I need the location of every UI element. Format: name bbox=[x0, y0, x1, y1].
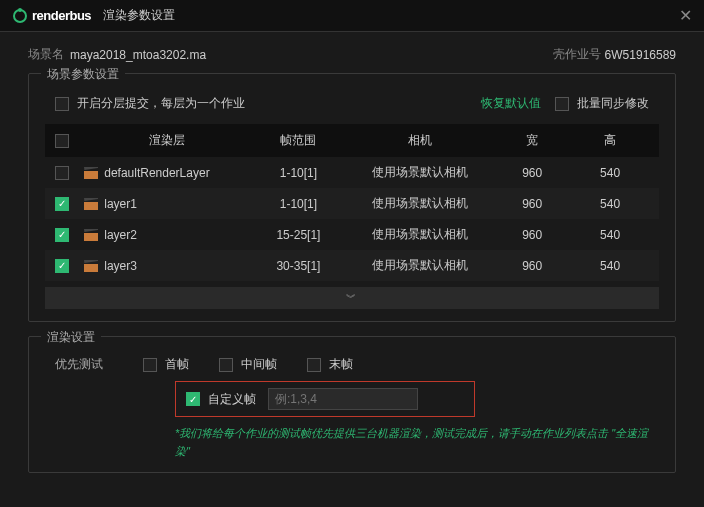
svg-point-1 bbox=[18, 8, 22, 12]
frame-range: 1-10[1] bbox=[250, 166, 347, 180]
frame-range: 1-10[1] bbox=[250, 197, 347, 211]
scene-label: 场景名 bbox=[28, 46, 64, 63]
scene-panel-title: 场景参数设置 bbox=[41, 66, 125, 83]
camera-cell: 使用场景默认相机 bbox=[347, 257, 493, 274]
svg-rect-4 bbox=[84, 202, 98, 210]
height-cell: 540 bbox=[571, 197, 649, 211]
col-layer-header: 渲染层 bbox=[84, 132, 250, 149]
svg-rect-5 bbox=[84, 198, 98, 201]
batch-sync-checkbox[interactable] bbox=[555, 97, 569, 111]
height-cell: 540 bbox=[571, 166, 649, 180]
svg-rect-9 bbox=[84, 260, 98, 263]
layer-submit-checkbox[interactable] bbox=[55, 97, 69, 111]
svg-rect-8 bbox=[84, 264, 98, 272]
window-title: 渲染参数设置 bbox=[103, 7, 175, 24]
frame-range: 15-25[1] bbox=[250, 228, 347, 242]
row-checkbox[interactable] bbox=[55, 259, 69, 273]
svg-rect-3 bbox=[84, 167, 98, 170]
render-settings-panel: 渲染设置 优先测试 首帧 中间帧 末帧 自定义帧 *我们将给每个作业的测试帧优先… bbox=[28, 336, 676, 473]
last-frame-label: 末帧 bbox=[329, 356, 353, 373]
first-frame-checkbox[interactable] bbox=[143, 358, 157, 372]
custom-frame-row: 自定义帧 bbox=[175, 381, 475, 417]
col-range-header: 帧范围 bbox=[250, 132, 347, 149]
clapper-icon bbox=[84, 198, 98, 210]
width-cell: 960 bbox=[493, 228, 571, 242]
last-frame-checkbox[interactable] bbox=[307, 358, 321, 372]
camera-cell: 使用场景默认相机 bbox=[347, 164, 493, 181]
row-checkbox[interactable] bbox=[55, 228, 69, 242]
close-icon[interactable]: ✕ bbox=[679, 6, 692, 25]
clapper-icon bbox=[84, 229, 98, 241]
job-label: 壳作业号 bbox=[553, 46, 601, 63]
custom-frame-label: 自定义帧 bbox=[208, 391, 256, 408]
clapper-icon bbox=[84, 167, 98, 179]
restore-defaults-link[interactable]: 恢复默认值 bbox=[481, 95, 541, 112]
col-height-header: 高 bbox=[571, 132, 649, 149]
svg-rect-2 bbox=[84, 171, 98, 179]
hint-text: *我们将给每个作业的测试帧优先提供三台机器渲染，测试完成后，请手动在作业列表点击… bbox=[175, 425, 659, 460]
height-cell: 540 bbox=[571, 228, 649, 242]
height-cell: 540 bbox=[571, 259, 649, 273]
custom-frame-input[interactable] bbox=[268, 388, 418, 410]
scene-params-panel: 场景参数设置 开启分层提交，每层为一个作业 恢复默认值 批量同步修改 渲染层 帧… bbox=[28, 73, 676, 322]
layer-name: layer3 bbox=[104, 259, 137, 273]
priority-test-label: 优先测试 bbox=[55, 356, 103, 373]
table-header: 渲染层 帧范围 相机 宽 高 bbox=[45, 124, 659, 157]
table-row[interactable]: layer11-10[1]使用场景默认相机960540 bbox=[45, 188, 659, 219]
col-width-header: 宽 bbox=[493, 132, 571, 149]
expand-toggle[interactable]: ︾ bbox=[45, 287, 659, 309]
table-row[interactable]: layer215-25[1]使用场景默认相机960540 bbox=[45, 219, 659, 250]
layer-submit-label: 开启分层提交，每层为一个作业 bbox=[77, 95, 245, 112]
width-cell: 960 bbox=[493, 197, 571, 211]
width-cell: 960 bbox=[493, 259, 571, 273]
camera-cell: 使用场景默认相机 bbox=[347, 195, 493, 212]
job-value: 6W51916589 bbox=[605, 48, 676, 62]
render-panel-title: 渲染设置 bbox=[41, 329, 101, 346]
camera-cell: 使用场景默认相机 bbox=[347, 226, 493, 243]
table-row[interactable]: layer330-35[1]使用场景默认相机960540 bbox=[45, 250, 659, 281]
clapper-icon bbox=[84, 260, 98, 272]
first-frame-label: 首帧 bbox=[165, 356, 189, 373]
svg-rect-6 bbox=[84, 233, 98, 241]
select-all-checkbox[interactable] bbox=[55, 134, 69, 148]
layer-name: layer2 bbox=[104, 228, 137, 242]
titlebar: renderbus 渲染参数设置 ✕ bbox=[0, 0, 704, 32]
mid-frame-checkbox[interactable] bbox=[219, 358, 233, 372]
scene-value: maya2018_mtoa3202.ma bbox=[70, 48, 206, 62]
table-row[interactable]: defaultRenderLayer1-10[1]使用场景默认相机960540 bbox=[45, 157, 659, 188]
layers-table: 渲染层 帧范围 相机 宽 高 defaultRenderLayer1-10[1]… bbox=[45, 124, 659, 281]
batch-sync-label: 批量同步修改 bbox=[577, 95, 649, 112]
brand-text: renderbus bbox=[32, 8, 91, 23]
layer-name: layer1 bbox=[104, 197, 137, 211]
logo: renderbus bbox=[12, 8, 91, 24]
row-checkbox[interactable] bbox=[55, 166, 69, 180]
mid-frame-label: 中间帧 bbox=[241, 356, 277, 373]
svg-rect-7 bbox=[84, 229, 98, 232]
layer-name: defaultRenderLayer bbox=[104, 166, 209, 180]
row-checkbox[interactable] bbox=[55, 197, 69, 211]
frame-range: 30-35[1] bbox=[250, 259, 347, 273]
col-camera-header: 相机 bbox=[347, 132, 493, 149]
width-cell: 960 bbox=[493, 166, 571, 180]
custom-frame-checkbox[interactable] bbox=[186, 392, 200, 406]
logo-icon bbox=[12, 8, 28, 24]
